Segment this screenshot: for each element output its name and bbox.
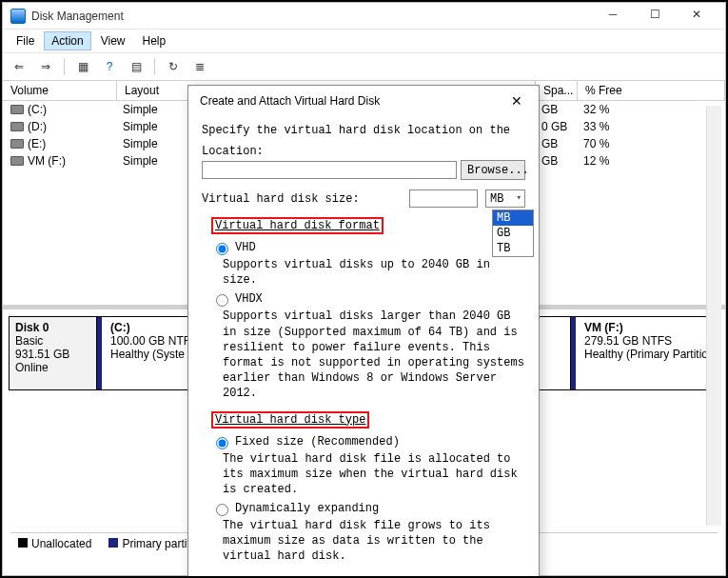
toolbar: ⇐ ⇒ ▦ ? ▤ ↻ ≣ [3, 53, 725, 81]
volume-space: 0 GB [541, 120, 583, 133]
col-free[interactable]: % Free [578, 81, 725, 100]
fixed-label: Fixed size (Recommended) [235, 435, 400, 448]
settings-icon[interactable]: ≣ [189, 57, 210, 76]
disk-state: Online [15, 361, 90, 374]
fixed-radio[interactable] [216, 437, 228, 449]
separator [154, 58, 155, 75]
col-space[interactable]: Spa... [536, 81, 578, 100]
volume-space: GB [541, 154, 583, 168]
size-unit-select[interactable]: MB ▾ [485, 189, 525, 208]
minimize-button[interactable]: ─ [592, 2, 634, 27]
dynamic-radio[interactable] [216, 504, 228, 516]
volume-name: VM (F:) [28, 154, 123, 168]
list-icon[interactable]: ▤ [126, 57, 147, 76]
volume-name: (E:) [28, 137, 123, 150]
col-volume[interactable]: Volume [3, 81, 117, 100]
volume-free: 33 % [583, 120, 609, 133]
drive-icon [10, 139, 24, 149]
partition-label: VM (F:) [584, 321, 712, 334]
drive-icon [10, 156, 24, 166]
drive-icon [10, 122, 24, 131]
fixed-desc: The virtual hard disk file is allocated … [223, 451, 525, 498]
app-icon [10, 9, 26, 24]
menubar: File Action View Help [3, 30, 725, 53]
size-unit-value: MB [490, 192, 503, 206]
partition-size: 279.51 GB NTFS [584, 334, 712, 348]
help-icon[interactable]: ? [99, 57, 120, 76]
vhdx-radio[interactable] [216, 294, 228, 307]
forward-icon[interactable]: ⇒ [35, 57, 56, 76]
location-input[interactable] [202, 161, 457, 179]
menu-file[interactable]: File [9, 31, 42, 50]
titlebar: Disk Management ─ ☐ ✕ [3, 3, 725, 30]
window-title: Disk Management [31, 10, 592, 23]
volume-space: GB [541, 103, 583, 116]
refresh-icon[interactable]: ↻ [163, 57, 184, 76]
maximize-button[interactable]: ☐ [634, 2, 676, 27]
volume-name: (D:) [28, 120, 123, 133]
vhd-label: VHD [235, 241, 256, 254]
close-button[interactable]: ✕ [676, 2, 718, 27]
unit-option-mb[interactable]: MB [493, 210, 533, 226]
vhd-radio[interactable] [216, 243, 228, 255]
vhdx-desc: Supports virtual disks larger than 2040 … [223, 309, 525, 401]
disk-size: 931.51 GB [15, 348, 90, 361]
dialog-intro: Specify the virtual hard disk location o… [202, 124, 525, 137]
back-icon[interactable]: ⇐ [9, 57, 30, 76]
create-vhd-dialog: Create and Attach Virtual Hard Disk ✕ Sp… [187, 85, 540, 578]
dialog-close-icon[interactable]: ✕ [504, 91, 529, 110]
volume-free: 12 % [583, 154, 609, 168]
legend-swatch-unallocated [18, 538, 28, 548]
menu-action[interactable]: Action [44, 31, 90, 50]
dialog-title: Create and Attach Virtual Hard Disk [200, 94, 504, 108]
scrollbar[interactable] [706, 106, 721, 526]
grid-icon[interactable]: ▦ [72, 57, 93, 76]
menu-help[interactable]: Help [135, 31, 174, 50]
disk-name: Disk 0 [15, 321, 90, 334]
vhd-type-heading: Virtual hard disk type [211, 411, 369, 429]
unit-option-tb[interactable]: TB [493, 241, 533, 256]
drive-icon [10, 105, 24, 114]
disk-header[interactable]: Disk 0 Basic 931.51 GB Online [10, 317, 97, 389]
location-label: Location: [202, 145, 525, 158]
volume-space: GB [541, 137, 583, 150]
legend-swatch-primary [108, 538, 118, 548]
partition[interactable]: VM (F:) 279.51 GB NTFS Healthy (Primary … [571, 317, 718, 389]
dynamic-desc: The virtual hard disk file grows to its … [223, 518, 525, 565]
disk-type: Basic [15, 334, 90, 348]
size-input[interactable] [409, 189, 478, 208]
chevron-down-icon: ▾ [517, 192, 521, 203]
partition-state: Healthy (Primary Partitio [584, 348, 712, 361]
vhdx-label: VHDX [235, 292, 263, 306]
browse-button[interactable]: Browse... [461, 160, 525, 180]
unit-option-gb[interactable]: GB [493, 226, 533, 241]
menu-view[interactable]: View [93, 31, 133, 50]
separator [64, 58, 65, 75]
volume-free: 32 % [583, 103, 609, 116]
size-unit-dropdown[interactable]: MB GB TB [492, 209, 534, 257]
dynamic-label: Dynamically expanding [235, 502, 379, 515]
size-label: Virtual hard disk size: [202, 192, 402, 206]
volume-name: (C:) [28, 103, 123, 116]
vhd-format-heading: Virtual hard disk format [211, 217, 384, 234]
legend-unallocated: Unallocated [31, 537, 91, 550]
volume-free: 70 % [583, 137, 609, 150]
vhd-desc: Supports virtual disks up to 2040 GB in … [223, 257, 525, 288]
